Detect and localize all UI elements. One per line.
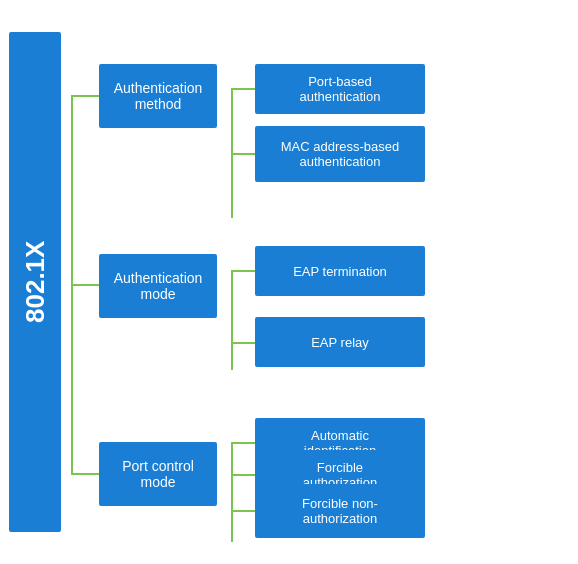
root-box: 802.1X bbox=[9, 32, 61, 532]
mid-box-mode: Authentication mode bbox=[99, 254, 217, 318]
leaf-port-based: Port-based authentication bbox=[255, 64, 425, 114]
sub-h-1b bbox=[231, 153, 255, 155]
branch1-horizontal-line bbox=[71, 95, 99, 97]
leaf-eap-termination: EAP termination bbox=[255, 246, 425, 296]
sub-vert-3 bbox=[231, 442, 233, 542]
root-label: 802.1X bbox=[20, 241, 51, 323]
mid-box-method: Authentication method bbox=[99, 64, 217, 128]
mid-box-port-control: Port control mode bbox=[99, 442, 217, 506]
sub-h-2a bbox=[231, 270, 255, 272]
leaf-label-port-based: Port-based authentication bbox=[300, 74, 381, 104]
branch2-horizontal-line bbox=[71, 284, 99, 286]
leaf-label-mac-based: MAC address-based authentication bbox=[281, 139, 400, 169]
leaf-label-eap-relay: EAP relay bbox=[311, 335, 369, 350]
leaf-label-forcible-nonauth: Forcible non- authorization bbox=[302, 496, 378, 526]
mid-label-method: Authentication method bbox=[114, 80, 203, 112]
sub-h-3c bbox=[231, 510, 255, 512]
leaf-label-eap-termination: EAP termination bbox=[293, 264, 387, 279]
leaf-eap-relay: EAP relay bbox=[255, 317, 425, 367]
sub-h-3b bbox=[231, 474, 255, 476]
leaf-forcible-nonauth: Forcible non- authorization bbox=[255, 484, 425, 538]
diagram: 802.1X Authentication method Port-based … bbox=[9, 12, 569, 552]
branch3-horizontal-line bbox=[71, 473, 99, 475]
sub-h-3a bbox=[231, 442, 255, 444]
mid-label-mode: Authentication mode bbox=[114, 270, 203, 302]
sub-vert-2 bbox=[231, 270, 233, 370]
mid-label-port-control: Port control mode bbox=[105, 458, 211, 490]
sub-h-1a bbox=[231, 88, 255, 90]
leaf-mac-based: MAC address-based authentication bbox=[255, 126, 425, 182]
sub-h-2b bbox=[231, 342, 255, 344]
